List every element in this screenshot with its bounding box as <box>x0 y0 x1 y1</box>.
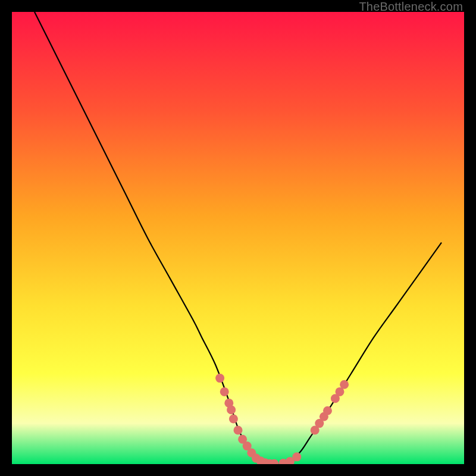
marker-dot <box>229 415 238 424</box>
marker-dot <box>292 452 301 461</box>
chart-frame <box>12 12 464 464</box>
bottleneck-chart <box>12 12 464 464</box>
marker-dot <box>220 387 229 396</box>
marker-dot <box>215 374 224 383</box>
marker-dot <box>340 380 349 389</box>
marker-dot <box>234 426 243 435</box>
marker-dot <box>323 406 332 415</box>
marker-dot <box>227 405 236 414</box>
gradient-background <box>12 12 464 464</box>
